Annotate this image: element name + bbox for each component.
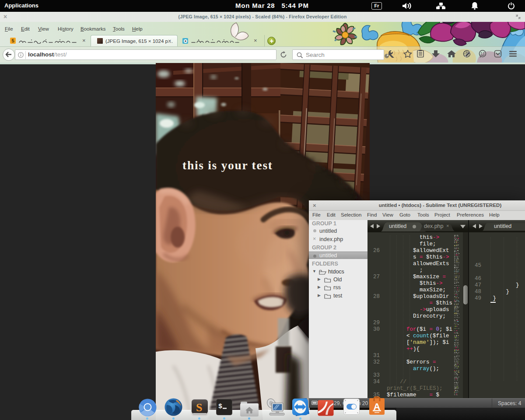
svg-text:this is your test: this is your test bbox=[182, 158, 273, 172]
